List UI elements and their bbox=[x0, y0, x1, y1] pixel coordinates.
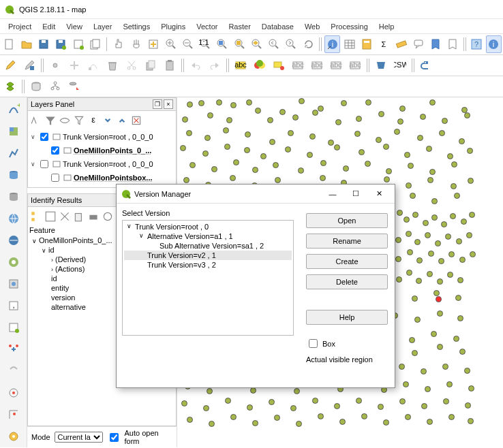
save-edits-icon[interactable] bbox=[20, 57, 38, 74]
zoom-layer-icon[interactable] bbox=[249, 35, 264, 53]
new-composer-icon[interactable] bbox=[70, 35, 86, 53]
node-tool-icon[interactable] bbox=[85, 57, 102, 74]
save-icon[interactable] bbox=[36, 35, 52, 53]
version-row[interactable]: Trunk Version=v3 , 2 bbox=[124, 260, 292, 270]
delete-button[interactable]: Delete bbox=[306, 274, 388, 289]
maximize-button[interactable]: ☐ bbox=[344, 187, 367, 202]
add-postgis-icon[interactable] bbox=[4, 165, 23, 185]
auto-open-checkbox[interactable] bbox=[110, 433, 119, 442]
processing-icon[interactable] bbox=[4, 427, 23, 446]
open-project-icon[interactable] bbox=[18, 35, 34, 53]
map-tips-icon[interactable] bbox=[410, 35, 426, 53]
undock-icon[interactable]: ❐ bbox=[153, 99, 162, 109]
menu-layer[interactable]: Layer bbox=[89, 21, 117, 32]
version-row[interactable]: ∨Alternative Version=a1 , 1 bbox=[124, 231, 292, 241]
label-rules-icon[interactable] bbox=[251, 57, 269, 74]
mode-select[interactable]: Current la bbox=[55, 432, 103, 443]
identify-icon[interactable]: i bbox=[324, 35, 340, 53]
save-as-icon[interactable] bbox=[53, 35, 69, 53]
menu-raster[interactable]: Raster bbox=[224, 21, 254, 32]
new-project-icon[interactable] bbox=[1, 35, 17, 53]
label-abc-icon[interactable]: abc bbox=[232, 57, 249, 74]
label-show-icon[interactable]: abc bbox=[289, 57, 307, 74]
zoom-selection-icon[interactable] bbox=[232, 35, 247, 53]
add-spatialite-icon[interactable] bbox=[4, 144, 23, 163]
metasearch-icon[interactable] bbox=[372, 57, 390, 74]
add-raster-icon[interactable] bbox=[4, 122, 23, 141]
statistics-icon[interactable]: Σ bbox=[376, 35, 392, 53]
layer-remove-icon[interactable] bbox=[129, 114, 143, 127]
copy-icon[interactable] bbox=[142, 57, 159, 74]
csw-icon[interactable]: CSW bbox=[391, 57, 409, 74]
db-manager-icon[interactable] bbox=[27, 78, 45, 95]
menu-settings[interactable]: Settings bbox=[119, 21, 154, 32]
layer-row[interactable]: OneMillonPoints_0_... bbox=[29, 144, 174, 157]
create-button[interactable]: Create bbox=[306, 254, 388, 269]
add-feature-icon[interactable] bbox=[46, 57, 64, 74]
composer-manager-icon[interactable] bbox=[87, 35, 103, 53]
undo-icon[interactable] bbox=[187, 57, 204, 74]
create-layer-icon[interactable] bbox=[4, 340, 23, 359]
menu-web[interactable]: Web bbox=[301, 21, 324, 32]
version-row[interactable]: Sub Alternative Version=sa1 , 2 bbox=[124, 241, 292, 251]
add-wfs-icon[interactable]: , bbox=[4, 296, 23, 315]
measure-icon[interactable] bbox=[393, 35, 409, 53]
layer-collapse-icon[interactable] bbox=[115, 114, 129, 127]
rename-button[interactable]: Rename bbox=[306, 234, 388, 249]
zoom-full-icon[interactable] bbox=[215, 35, 230, 53]
menu-plugins[interactable]: Plugins bbox=[157, 21, 189, 32]
add-wcs-icon[interactable] bbox=[4, 274, 23, 293]
menu-project[interactable]: Project bbox=[4, 21, 35, 32]
label-rotate-icon[interactable]: abc bbox=[327, 57, 345, 74]
layer-row[interactable]: OneMillonPointsbox... bbox=[29, 171, 174, 185]
paste-icon[interactable] bbox=[161, 57, 179, 74]
menu-processing[interactable]: Processing bbox=[326, 21, 371, 32]
zoom-last-icon[interactable] bbox=[266, 35, 282, 53]
attribute-table-icon[interactable] bbox=[341, 35, 357, 53]
close-icon[interactable]: × bbox=[164, 99, 173, 109]
touch-icon[interactable] bbox=[111, 35, 127, 53]
menu-help[interactable]: Help bbox=[375, 21, 399, 32]
add-mssql-icon[interactable] bbox=[4, 187, 23, 206]
pan-icon[interactable] bbox=[128, 35, 144, 53]
menu-edit[interactable]: Edit bbox=[38, 21, 59, 32]
version-tree-icon[interactable] bbox=[46, 78, 64, 95]
add-oracle-icon[interactable] bbox=[4, 231, 23, 250]
zoom-next-icon[interactable] bbox=[284, 35, 299, 53]
layer-filter-icon[interactable] bbox=[44, 114, 57, 127]
version-tree[interactable]: ∨Trunk Version=root , 0∨Alternative Vers… bbox=[122, 220, 294, 336]
menu-vector[interactable]: Vector bbox=[192, 21, 222, 32]
refresh-icon[interactable] bbox=[301, 35, 316, 53]
identify-tree-icon[interactable] bbox=[29, 210, 43, 223]
version-row[interactable]: ∨Trunk Version=root , 0 bbox=[124, 222, 292, 231]
minimize-button[interactable]: — bbox=[321, 187, 344, 202]
version-action-icon[interactable] bbox=[65, 78, 83, 95]
move-feature-icon[interactable] bbox=[65, 57, 83, 74]
topology-icon[interactable] bbox=[1, 78, 19, 95]
coord-icon[interactable] bbox=[4, 405, 23, 424]
help-button[interactable]: Help bbox=[306, 310, 388, 325]
pan-selection-icon[interactable] bbox=[146, 35, 162, 53]
layer-expression-icon[interactable]: ε bbox=[87, 114, 100, 127]
label-move-icon[interactable]: abc bbox=[308, 57, 326, 74]
layer-row[interactable]: ∨Trunk Version=root , 0_0_0 bbox=[29, 130, 174, 144]
layer-expand-icon[interactable] bbox=[101, 114, 115, 127]
zoom-out-icon[interactable] bbox=[180, 35, 196, 53]
layer-row[interactable]: ∨Trunk Version=root , 0_0_0 bbox=[29, 157, 174, 171]
layer-visibility-icon[interactable] bbox=[58, 114, 72, 127]
open-button[interactable]: Open bbox=[306, 213, 388, 228]
layer-style-icon[interactable] bbox=[29, 114, 43, 127]
identify-print-icon[interactable] bbox=[87, 210, 100, 223]
whats-this-icon[interactable]: i bbox=[486, 35, 502, 53]
layers-tree[interactable]: ∨Trunk Version=root , 0_0_0OneMillonPoin… bbox=[29, 129, 174, 186]
add-csv-icon[interactable] bbox=[4, 318, 23, 337]
virtual-layer-icon[interactable] bbox=[4, 362, 23, 381]
gps-icon[interactable] bbox=[4, 383, 23, 402]
menu-view[interactable]: View bbox=[62, 21, 87, 32]
close-button[interactable]: ✕ bbox=[367, 187, 391, 202]
bookmark-new-icon[interactable] bbox=[427, 35, 443, 53]
identify-settings-icon[interactable] bbox=[101, 210, 115, 223]
box-checkbox[interactable] bbox=[309, 339, 318, 348]
version-row[interactable]: Trunk Version=v2 , 1 bbox=[124, 251, 292, 260]
menu-database[interactable]: Database bbox=[258, 21, 298, 32]
